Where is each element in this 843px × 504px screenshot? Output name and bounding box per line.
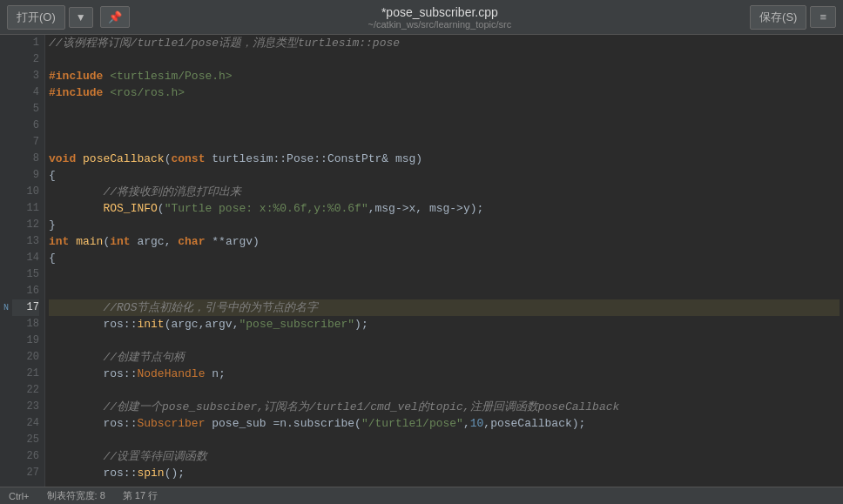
line-num-14: 14 [12, 250, 39, 266]
marker-26 [0, 448, 12, 465]
line-num-27: 27 [12, 465, 39, 481]
line-num-26: 26 [12, 448, 39, 465]
code-line-20: //创建节点句柄 [49, 349, 840, 366]
status-line-info: 第 17 行 [123, 489, 158, 502]
line-num-19: 19 [12, 333, 39, 349]
line-num-15: 15 [12, 266, 39, 283]
code-line-22 [49, 382, 840, 399]
line-num-4: 4 [12, 84, 39, 101]
code-line-6 [49, 118, 840, 134]
code-line-7 [49, 134, 840, 151]
titlebar: 打开(O) ▼ 📌 *pose_subscriber.cpp ~/catkin_… [0, 0, 843, 35]
file-path: ~/catkin_ws/src/learning_topic/src [130, 19, 750, 30]
marker-27 [0, 465, 12, 481]
menu-button[interactable]: ≡ [810, 6, 836, 28]
code-line-25 [49, 432, 840, 448]
editor: N 1 2 3 4 5 6 7 8 9 10 11 12 13 14 15 16… [0, 35, 843, 487]
marker-13 [0, 233, 12, 250]
status-tab-info: 制表符宽度: 8 [47, 489, 105, 502]
code-line-16 [49, 283, 840, 299]
marker-11 [0, 200, 12, 217]
marker-14 [0, 250, 12, 266]
marker-25 [0, 432, 12, 448]
code-line-13: int main(int argc, char **argv) [49, 233, 840, 250]
code-line-26: //设置等待回调函数 [49, 448, 840, 465]
code-line-15 [49, 266, 840, 283]
marker-16 [0, 283, 12, 299]
code-line-5 [49, 101, 840, 118]
line-num-23: 23 [12, 399, 39, 415]
code-area[interactable]: //该例程将订阅/turtle1/pose话题，消息类型turtlesim::p… [45, 35, 843, 487]
code-line-24: ros::Subscriber pose_sub =n.subscribe("/… [49, 415, 840, 432]
open-button[interactable]: 打开(O) [7, 5, 65, 30]
code-line-2 [49, 51, 840, 68]
code-line-4: #include <ros/ros.h> [49, 84, 840, 101]
line-numbers-gutter: 1 2 3 4 5 6 7 8 9 10 11 12 13 14 15 16 1… [12, 35, 45, 487]
line-num-5: 5 [12, 101, 39, 118]
code-line-23: //创建一个pose_subsciber,订阅名为/turtle1/cmd_ve… [49, 399, 840, 415]
open-dropdown-button[interactable]: ▼ [69, 7, 93, 28]
code-line-1: //该例程将订阅/turtle1/pose话题，消息类型turtlesim::p… [49, 35, 840, 51]
line-num-12: 12 [12, 217, 39, 233]
marker-19 [0, 333, 12, 349]
statusbar: Ctrl+ 制表符宽度: 8 第 17 行 [0, 487, 843, 504]
marker-17: N [0, 299, 12, 316]
marker-4 [0, 84, 12, 101]
code-line-8: void poseCallback(const turtlesim::Pose:… [49, 151, 840, 167]
code-line-19 [49, 333, 840, 349]
marker-20 [0, 349, 12, 366]
code-line-10: //将接收到的消息打印出来 [49, 184, 840, 200]
line-num-20: 20 [12, 349, 39, 366]
titlebar-left: 打开(O) ▼ 📌 [7, 5, 130, 30]
line-num-21: 21 [12, 366, 39, 382]
code-line-21: ros::NodeHandle n; [49, 366, 840, 382]
code-line-17: //ROS节点初始化，引号中的为节点的名字 [49, 299, 840, 316]
line-num-10: 10 [12, 184, 39, 200]
marker-18 [0, 316, 12, 333]
line-num-24: 24 [12, 415, 39, 432]
marker-7 [0, 134, 12, 151]
titlebar-right: 保存(S) ≡ [750, 5, 836, 30]
line-num-22: 22 [12, 382, 39, 399]
line-num-18: 18 [12, 316, 39, 333]
line-num-2: 2 [12, 51, 39, 68]
save-button[interactable]: 保存(S) [750, 5, 806, 30]
line-num-13: 13 [12, 233, 39, 250]
marker-23 [0, 399, 12, 415]
marker-3 [0, 68, 12, 84]
code-line-3: #include <turtlesim/Pose.h> [49, 68, 840, 84]
code-line-12: } [49, 217, 840, 233]
marker-15 [0, 266, 12, 283]
marker-21 [0, 366, 12, 382]
marker-2 [0, 51, 12, 68]
code-line-18: ros::init(argc,argv,"pose_subscriber"); [49, 316, 840, 333]
line-num-9: 9 [12, 167, 39, 184]
marker-5 [0, 101, 12, 118]
code-line-14: { [49, 250, 840, 266]
line-num-11: 11 [12, 200, 39, 217]
line-num-16: 16 [12, 283, 39, 299]
line-num-6: 6 [12, 118, 39, 134]
file-title: *pose_subscriber.cpp [130, 5, 750, 19]
code-line-9: { [49, 167, 840, 184]
marker-6 [0, 118, 12, 134]
marker-22 [0, 382, 12, 399]
marker-24 [0, 415, 12, 432]
marker-8 [0, 151, 12, 167]
code-line-11: ROS_INFO("Turtle pose: x:%0.6f,y:%0.6f",… [49, 200, 840, 217]
marker-9 [0, 167, 12, 184]
line-num-17: 17 [12, 299, 39, 316]
line-num-7: 7 [12, 134, 39, 151]
line-num-25: 25 [12, 432, 39, 448]
marker-10 [0, 184, 12, 200]
code-line-27: ros::spin(); [49, 465, 840, 481]
status-cursor: Ctrl+ [9, 491, 30, 501]
line-num-3: 3 [12, 68, 39, 84]
line-num-1: 1 [12, 35, 39, 51]
pin-button[interactable]: 📌 [100, 6, 130, 28]
titlebar-center: *pose_subscriber.cpp ~/catkin_ws/src/lea… [130, 5, 750, 30]
markers-gutter: N [0, 35, 12, 487]
marker-1 [0, 35, 12, 51]
marker-12 [0, 217, 12, 233]
line-num-8: 8 [12, 151, 39, 167]
